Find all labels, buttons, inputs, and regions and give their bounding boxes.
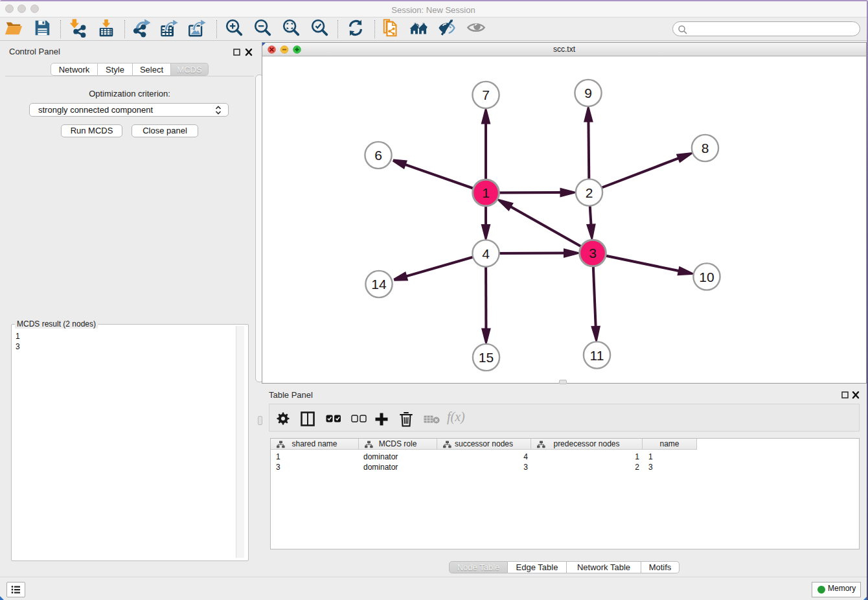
svg-text:8: 8 [702,141,709,156]
svg-text:10: 10 [699,270,714,284]
svg-text:2: 2 [586,185,593,200]
svg-text:4: 4 [482,246,490,261]
svg-text:7: 7 [482,87,490,102]
svg-text:6: 6 [374,148,382,163]
svg-text:11: 11 [590,348,604,363]
svg-text:9: 9 [584,86,592,100]
svg-text:14: 14 [371,277,387,292]
svg-text:1: 1 [482,185,490,200]
svg-text:3: 3 [589,246,597,260]
svg-text:15: 15 [479,350,494,365]
